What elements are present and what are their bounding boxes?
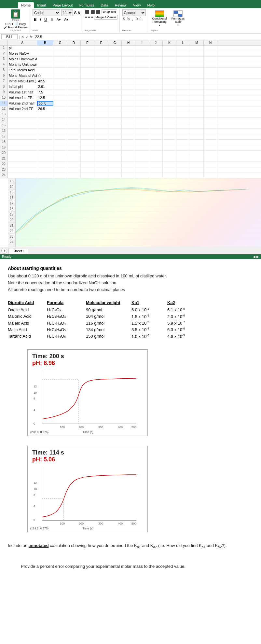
cell-F[interactable] [94,79,108,84]
align-top-icon[interactable]: ⬛ [85,10,89,14]
cell-E[interactable] [81,46,94,51]
table-row[interactable]: 8Initial pH2.91 [0,84,261,90]
cell-C[interactable] [53,73,67,78]
cell-C[interactable] [53,145,67,150]
cell-N[interactable] [204,46,217,51]
cell-D[interactable] [67,62,81,67]
table-row[interactable]: 20 [0,151,261,156]
cell-K[interactable] [163,118,176,123]
cell-D[interactable] [67,162,81,167]
italic-button[interactable]: I [39,17,42,22]
cell-E[interactable] [81,106,94,112]
cell-L[interactable] [176,79,190,84]
cell-C[interactable] [53,57,67,62]
cell-A[interactable] [8,140,37,145]
cell-J[interactable] [149,51,163,56]
paste-button[interactable]: 📋 Paste [11,9,20,22]
cell-E[interactable] [81,129,94,134]
cell-G[interactable] [108,101,122,106]
cell-K[interactable] [163,123,176,128]
cell-I[interactable] [135,84,149,90]
align-bottom-icon[interactable]: ⬛ [96,10,101,14]
cell-B[interactable]: 2.91 [37,84,53,90]
cell-K[interactable] [163,57,176,62]
cell-C[interactable] [53,62,67,67]
cell-A[interactable]: Initial pH [8,84,37,90]
cell-J[interactable] [149,134,163,139]
cell-M[interactable] [190,84,204,90]
cell-F[interactable] [94,51,108,56]
cell-D[interactable] [67,68,81,73]
cell-L[interactable] [176,73,190,78]
cell-H[interactable] [122,129,135,134]
cell-C[interactable] [53,134,67,139]
cell-N[interactable] [204,79,217,84]
merge-center-button[interactable]: Merge & Center [94,15,117,20]
cell-J[interactable] [149,167,163,173]
cell-F[interactable] [94,62,108,67]
size-select[interactable]: 11 [61,9,73,16]
cell-J[interactable] [149,106,163,112]
cell-M[interactable] [190,129,204,134]
cell-G[interactable] [108,118,122,123]
cell-E[interactable] [81,123,94,128]
font-color-button[interactable]: A▾ [63,17,70,22]
cell-N[interactable] [204,173,217,178]
cell-L[interactable] [176,106,190,112]
table-row[interactable]: 18 [0,140,261,145]
table-row[interactable]: 9Volume 1st half7.5 [0,90,261,95]
cell-H[interactable] [122,134,135,139]
cell-H[interactable] [122,123,135,128]
cell-M[interactable] [190,145,204,150]
cell-J[interactable] [149,90,163,95]
cell-A[interactable] [8,167,37,173]
align-middle-icon[interactable]: ⬛ [90,10,95,14]
cell-C[interactable] [53,129,67,134]
cell-I[interactable] [135,51,149,56]
cell-I[interactable] [135,134,149,139]
cell-L[interactable] [176,162,190,167]
cell-H[interactable] [122,62,135,67]
cell-M[interactable] [190,101,204,106]
cell-F[interactable] [94,57,108,62]
cell-D[interactable] [67,95,81,101]
cell-J[interactable] [149,57,163,62]
cell-J[interactable] [149,95,163,101]
cell-N[interactable] [204,95,217,101]
cell-D[interactable] [67,145,81,150]
align-center-icon[interactable]: ≡ [88,15,90,19]
cell-D[interactable] [67,106,81,112]
cell-E[interactable] [81,95,94,101]
cell-K[interactable] [163,51,176,56]
cell-M[interactable] [190,112,204,117]
cell-K[interactable] [163,134,176,139]
cell-B[interactable] [37,162,53,167]
cell-I[interactable] [135,57,149,62]
cell-G[interactable] [108,162,122,167]
cell-F[interactable] [94,118,108,123]
cell-E[interactable] [81,68,94,73]
cell-G[interactable] [108,123,122,128]
cell-H[interactable] [122,68,135,73]
cell-F[interactable] [94,106,108,112]
cell-L[interactable] [176,95,190,101]
cell-H[interactable] [122,73,135,78]
cell-M[interactable] [190,106,204,112]
cell-D[interactable] [67,73,81,78]
tab-insert[interactable]: Insert [34,2,49,8]
cell-A[interactable]: Molar Mass of Acid [8,73,37,78]
cell-B[interactable] [37,129,53,134]
align-left-icon[interactable]: ≡ [85,15,87,19]
cell-M[interactable] [190,79,204,84]
cell-I[interactable] [135,162,149,167]
cell-M[interactable] [190,62,204,67]
cell-reference-input[interactable] [1,34,18,39]
cell-M[interactable] [190,156,204,161]
cell-E[interactable] [81,167,94,173]
tab-data[interactable]: Data [97,2,111,8]
font-select[interactable]: Calibri [33,9,60,16]
cell-M[interactable] [190,51,204,56]
cell-D[interactable] [67,84,81,90]
cell-B[interactable] [37,134,53,139]
cell-I[interactable] [135,167,149,173]
